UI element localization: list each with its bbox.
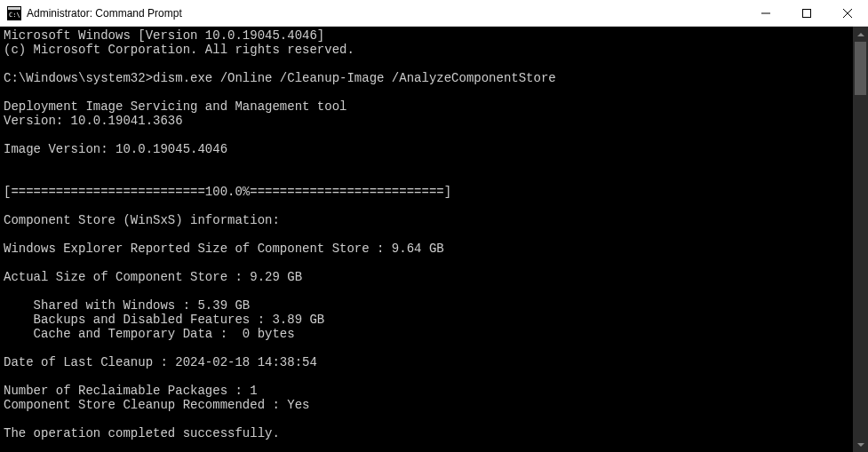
terminal-line: ​ <box>4 227 849 242</box>
terminal-line: The operation completed successfully. <box>4 426 849 440</box>
maximize-button[interactable] <box>786 0 827 26</box>
scroll-up-button[interactable] <box>853 27 868 42</box>
terminal-line: ​ <box>4 199 849 213</box>
terminal-line: Image Version: 10.0.19045.4046 <box>4 142 849 156</box>
svg-rect-4 <box>803 9 811 17</box>
terminal-line: (c) Microsoft Corporation. All rights re… <box>4 43 849 57</box>
terminal-line: Shared with Windows : 5.39 GB <box>4 298 849 313</box>
terminal-area: Microsoft Windows [Version 10.0.19045.40… <box>0 27 868 452</box>
terminal-output[interactable]: Microsoft Windows [Version 10.0.19045.40… <box>0 27 853 452</box>
terminal-line: ​ <box>4 412 849 426</box>
terminal-line: ​ <box>4 170 849 185</box>
scroll-down-button[interactable] <box>853 437 868 452</box>
terminal-line: [==========================100.0%=======… <box>4 185 849 199</box>
scrollbar-thumb[interactable] <box>855 42 866 95</box>
terminal-line: Backups and Disabled Features : 3.89 GB <box>4 313 849 327</box>
terminal-line: ​ <box>4 256 849 270</box>
terminal-line: ​ <box>4 156 849 170</box>
terminal-line: Windows Explorer Reported Size of Compon… <box>4 242 849 256</box>
terminal-line: Number of Reclaimable Packages : 1 <box>4 384 849 398</box>
vertical-scrollbar[interactable] <box>853 27 868 452</box>
terminal-line: Actual Size of Component Store : 9.29 GB <box>4 270 849 284</box>
close-button[interactable] <box>827 0 868 26</box>
terminal-line: Date of Last Cleanup : 2024-02-18 14:38:… <box>4 355 849 369</box>
svg-marker-8 <box>857 443 864 447</box>
terminal-line: ​ <box>4 440 849 452</box>
terminal-line: C:\Windows\system32>dism.exe /Online /Cl… <box>4 71 849 85</box>
terminal-line: Cache and Temporary Data : 0 bytes <box>4 327 849 341</box>
terminal-line: Component Store (WinSxS) information: <box>4 213 849 227</box>
terminal-line: ​ <box>4 85 849 99</box>
window-controls <box>745 0 868 26</box>
terminal-line: ​ <box>4 341 849 355</box>
terminal-line: Component Store Cleanup Recommended : Ye… <box>4 398 849 412</box>
scrollbar-track[interactable] <box>853 42 868 437</box>
terminal-line: Version: 10.0.19041.3636 <box>4 114 849 128</box>
terminal-line: ​ <box>4 57 849 71</box>
svg-rect-1 <box>8 7 20 10</box>
window-titlebar: C:\ Administrator: Command Prompt <box>0 0 868 27</box>
cmd-icon: C:\ <box>7 6 21 20</box>
minimize-button[interactable] <box>745 0 786 26</box>
terminal-line: ​ <box>4 284 849 298</box>
svg-text:C:\: C:\ <box>9 12 20 19</box>
window-title: Administrator: Command Prompt <box>27 7 745 20</box>
svg-marker-7 <box>857 33 864 36</box>
terminal-line: ​ <box>4 128 849 142</box>
terminal-line: Microsoft Windows [Version 10.0.19045.40… <box>4 28 849 43</box>
terminal-line: Deployment Image Servicing and Managemen… <box>4 99 849 114</box>
terminal-line: ​ <box>4 369 849 384</box>
